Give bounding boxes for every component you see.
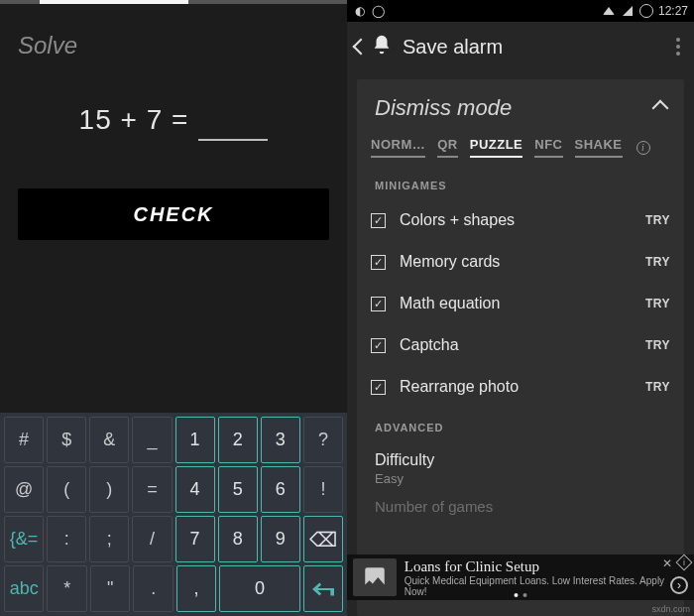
minigame-label: Memory cards [400,253,500,271]
math-puzzle-pane: Solve 15 + 7 = CHECK #$&_123? @()=456! {… [0,0,347,616]
try-button[interactable]: TRY [645,380,670,394]
alarm-settings-pane: ◐ ◯ 12:27 Save alarm Dismiss mode NORM…Q… [347,0,694,616]
signal-icon [621,4,635,18]
tab-nfc[interactable]: NFC [534,137,562,158]
key-2[interactable]: 2 [218,417,258,463]
wifi-icon [602,4,616,18]
alarm-icon [371,34,393,60]
watermark: sxdn.com [651,604,690,614]
key-6[interactable]: 6 [261,466,300,513]
keyboard: #$&_123? @()=456! {&=:;/789⌫ abc*".,0 [0,413,347,616]
dismiss-tabs: NORM…QRPUZZLENFCSHAKEi [357,133,684,166]
status-time: 12:27 [658,4,688,18]
ad-thumbnail [353,558,397,596]
ad-close-button[interactable]: ✕ [662,556,672,570]
key-![interactable]: ! [303,466,343,513]
backspace-key[interactable]: ⌫ [303,516,343,562]
info-icon[interactable]: i [636,141,650,155]
advanced-header: ADVANCED [357,408,684,441]
checkbox[interactable]: ✓ [371,213,386,228]
progress-bar [0,0,347,4]
try-button[interactable]: TRY [645,255,670,269]
try-button[interactable]: TRY [645,338,670,352]
enter-key[interactable] [303,565,343,612]
tab-norm[interactable]: NORM… [371,137,425,158]
key-,[interactable]: , [176,565,216,612]
key-.[interactable]: . [133,565,173,612]
key-5[interactable]: 5 [218,466,258,513]
appbar-title: Save alarm [403,36,503,59]
minigame-label: Math equation [400,295,500,312]
equation-text: 15 + 7 = [79,104,189,136]
chevron-left-icon [353,39,370,56]
key-@[interactable]: @ [4,466,44,513]
clock-icon [639,4,653,18]
answer-input[interactable] [198,101,268,141]
section-title: Dismiss mode [375,95,512,121]
try-button[interactable]: TRY [645,297,670,310]
key-"[interactable]: " [90,565,130,612]
ad-pager-dots [515,593,527,597]
section-header[interactable]: Dismiss mode [357,79,684,133]
solve-prompt: Solve [18,32,329,60]
key-$[interactable]: $ [47,417,86,463]
checkbox[interactable]: ✓ [371,255,386,270]
ad-banner[interactable]: Loans for Clinic Setup Quick Medical Equ… [347,554,694,600]
checkbox[interactable]: ✓ [371,380,386,395]
minigame-row[interactable]: ✓Math equationTRY [357,283,684,324]
key-7[interactable]: 7 [175,516,215,562]
ad-title: Loans for Clinic Setup [405,558,688,575]
key-*[interactable]: * [47,565,86,612]
tab-qr[interactable]: QR [437,137,458,158]
difficulty-title: Difficulty [375,451,666,469]
minigame-label: Colors + shapes [400,211,515,229]
difficulty-value: Easy [375,471,666,486]
key-0[interactable]: 0 [219,565,299,612]
tab-shake[interactable]: SHAKE [575,137,623,158]
key-#[interactable]: # [4,417,44,463]
headphones-icon: ◐ [353,4,367,18]
key-([interactable]: ( [47,466,86,513]
try-button[interactable]: TRY [645,213,670,227]
minigames-header: MINIGAMES [357,166,684,199]
key-1[interactable]: 1 [175,417,215,463]
minigame-row[interactable]: ✓Rearrange photoTRY [357,366,684,408]
key-3[interactable]: 3 [261,417,300,463]
key-{&=[interactable]: {&= [4,516,44,562]
checkbox[interactable]: ✓ [371,297,386,311]
dismiss-mode-card: Dismiss mode NORM…QRPUZZLENFCSHAKEi MINI… [357,79,684,616]
key-9[interactable]: 9 [261,516,300,562]
key-)[interactable]: ) [89,466,129,513]
key-:[interactable]: : [47,516,86,562]
chevron-up-icon [652,100,669,117]
minigame-label: Captcha [400,336,459,354]
key-;[interactable]: ; [89,516,129,562]
back-button[interactable] [355,41,371,53]
overflow-menu-button[interactable] [670,32,686,62]
circle-icon: ◯ [371,4,385,18]
number-of-games-row[interactable]: Number of games [357,490,684,515]
key-_[interactable]: _ [132,417,172,463]
status-bar: ◐ ◯ 12:27 [347,0,694,22]
ad-arrow-icon[interactable]: › [670,576,688,594]
key-?[interactable]: ? [303,417,343,463]
tab-puzzle[interactable]: PUZZLE [470,137,523,158]
key-=[interactable]: = [132,466,172,513]
equation-row: 15 + 7 = [18,101,329,141]
key-abc[interactable]: abc [4,565,44,612]
minigame-row[interactable]: ✓Colors + shapesTRY [357,199,684,241]
key-&[interactable]: & [89,417,129,463]
key-4[interactable]: 4 [175,466,215,513]
key-8[interactable]: 8 [218,516,258,562]
checkbox[interactable]: ✓ [371,338,386,353]
key-/[interactable]: / [132,516,172,562]
app-bar: Save alarm [347,22,694,71]
check-button[interactable]: CHECK [18,188,329,240]
ad-subtitle: Quick Medical Equipment Loans. Low Inter… [405,575,688,597]
minigame-row[interactable]: ✓Memory cardsTRY [357,241,684,283]
difficulty-row[interactable]: Difficulty Easy [357,441,684,490]
minigame-label: Rearrange photo [400,378,519,396]
minigame-row[interactable]: ✓CaptchaTRY [357,324,684,366]
